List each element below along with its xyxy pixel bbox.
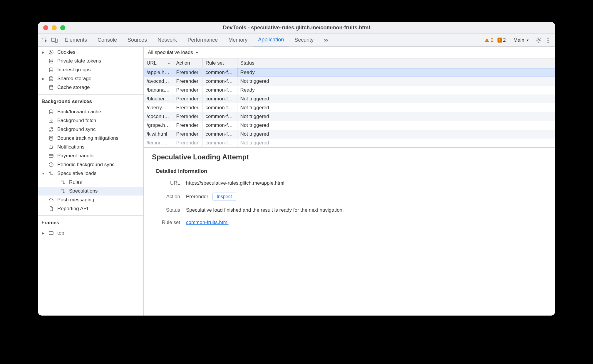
sidebar-item-rules[interactable]: Rules	[38, 178, 143, 187]
inspect-button[interactable]: Inspect	[212, 193, 237, 201]
sidebar-item-cache-storage[interactable]: Cache storage	[38, 83, 143, 92]
frames-heading: Frames	[38, 217, 143, 227]
detail-status-label: Status	[156, 207, 180, 213]
sidebar-item-cookies[interactable]: ▶Cookies	[38, 48, 143, 57]
table-row[interactable]: /avocad…Prerendercommon-fr…Not triggered	[144, 77, 555, 86]
sidebar-item-speculative-loads[interactable]: ▼Speculative loads	[38, 169, 143, 178]
sidebar-item-background-sync[interactable]: Background sync	[38, 125, 143, 134]
db-icon	[48, 58, 54, 64]
sidebar-item-label: Cache storage	[57, 85, 90, 90]
sidebar-item-speculations[interactable]: Speculations	[38, 187, 143, 196]
cell-ruleset: common-fr…	[202, 68, 237, 77]
issues-indicator[interactable]: ! 2	[497, 37, 506, 43]
cell-ruleset: common-fr…	[202, 77, 237, 86]
table-row[interactable]: /cherry.h…Prerendercommon-fr…Not trigger…	[144, 103, 555, 112]
table-row[interactable]: /banana.…Prerendercommon-fr…Ready	[144, 86, 555, 95]
cell-action: Prerender	[173, 95, 202, 103]
sidebar-item-label: Reporting API	[57, 206, 88, 212]
sidebar-item-label: Back/forward cache	[57, 109, 101, 115]
detail-action-value: Prerender	[186, 194, 208, 200]
filter-dropdown[interactable]: All speculative loads ▼	[144, 47, 555, 58]
cell-url: /cherry.h…	[144, 103, 173, 112]
details-panel: Speculative Loading Attempt Detailed inf…	[144, 148, 555, 316]
svg-point-14	[49, 68, 53, 69]
swap-icon	[48, 171, 54, 176]
device-icon[interactable]	[50, 36, 58, 44]
zoom-window-button[interactable]	[60, 25, 65, 30]
chevron-down-icon: ▼	[526, 38, 529, 42]
download-icon	[48, 118, 54, 123]
cell-url: /lemon.h…	[144, 139, 173, 147]
cookies-icon	[48, 50, 54, 55]
kebab-menu-button[interactable]	[544, 36, 552, 44]
sidebar-item-reporting-api[interactable]: Reporting API	[38, 204, 143, 213]
chevron-down-icon: ▼	[195, 51, 199, 54]
cell-url: /banana.…	[144, 86, 173, 95]
sidebar-item-top[interactable]: ▶top	[38, 229, 143, 237]
cell-ruleset: common-fr…	[202, 139, 237, 147]
sidebar-item-back-forward-cache[interactable]: Back/forward cache	[38, 107, 143, 116]
svg-rect-4	[487, 41, 487, 42]
column-header-rule-set[interactable]: Rule set	[202, 58, 237, 68]
sidebar-item-notifications[interactable]: Notifications	[38, 143, 143, 151]
svg-point-11	[51, 52, 52, 53]
detail-ruleset-link[interactable]: common-fruits.html	[186, 220, 229, 225]
column-header-url[interactable]: URL▲	[144, 58, 173, 68]
cell-action: Prerender	[173, 139, 202, 147]
tab-application[interactable]: Application	[253, 34, 289, 46]
warnings-indicator[interactable]: 2	[484, 37, 493, 43]
cell-ruleset: common-fr…	[202, 103, 237, 112]
sidebar-item-payment-handler[interactable]: Payment handler	[38, 151, 143, 160]
svg-point-18	[49, 136, 53, 137]
column-header-action[interactable]: Action	[173, 58, 202, 68]
tab-console[interactable]: Console	[92, 34, 122, 46]
settings-button[interactable]	[535, 36, 543, 44]
tab-performance[interactable]: Performance	[182, 34, 223, 46]
sidebar-item-private-state-tokens[interactable]: Private state tokens	[38, 57, 143, 65]
table-row[interactable]: /lemon.h…Prerendercommon-fr…Not triggere…	[144, 139, 555, 147]
sidebar-item-label: top	[57, 230, 64, 236]
sidebar-item-label: Shared storage	[57, 76, 91, 82]
table-row[interactable]: /kiwi.htmlPrerendercommon-fr…Not trigger…	[144, 130, 555, 139]
detail-status-value: Speculative load finished and the result…	[186, 207, 344, 213]
cell-ruleset: common-fr…	[202, 86, 237, 95]
tab-elements[interactable]: Elements	[60, 34, 92, 46]
sidebar-item-periodic-background-sync[interactable]: Periodic background sync	[38, 160, 143, 169]
db-icon	[48, 109, 54, 114]
tab-sources[interactable]: Sources	[122, 34, 152, 46]
table-row[interactable]: /blueberr…Prerendercommon-fr…Not trigger…	[144, 95, 555, 103]
column-header-status[interactable]: Status	[237, 58, 555, 68]
sidebar-item-background-fetch[interactable]: Background fetch	[38, 116, 143, 125]
table-row[interactable]: /coconut…Prerendercommon-fr…Not triggere…	[144, 112, 555, 121]
background-services-heading: Background services	[38, 96, 143, 106]
minimize-window-button[interactable]	[52, 25, 57, 30]
table-row[interactable]: /grape.htmlPrerendercommon-fr…Not trigge…	[144, 121, 555, 130]
sidebar-item-push-messaging[interactable]: Push messaging	[38, 196, 143, 204]
svg-point-17	[49, 110, 53, 111]
sidebar-item-label: Push messaging	[57, 197, 94, 203]
close-window-button[interactable]	[43, 25, 48, 30]
cell-url: /blueberr…	[144, 95, 173, 103]
tab-network[interactable]: Network	[152, 34, 182, 46]
target-selector[interactable]: Main ▼	[513, 37, 529, 43]
sidebar-item-shared-storage[interactable]: ▶Shared storage	[38, 74, 143, 83]
detail-ruleset-label: Rule set	[156, 220, 180, 225]
cell-ruleset: common-fr…	[202, 121, 237, 130]
cell-status: Not triggered	[237, 95, 555, 103]
sidebar-item-bounce-tracking-mitigations[interactable]: Bounce tracking mitigations	[38, 134, 143, 143]
sidebar-item-label: Background fetch	[57, 118, 96, 124]
sidebar-item-label: Periodic background sync	[57, 162, 115, 168]
sidebar-item-label: Speculative loads	[57, 171, 96, 176]
cell-ruleset: common-fr…	[202, 130, 237, 139]
more-tabs-button[interactable]	[322, 36, 330, 44]
traffic-lights	[43, 25, 65, 30]
cell-status: Not triggered	[237, 112, 555, 121]
table-row[interactable]: /apple.htmlPrerendercommon-fr…Ready	[144, 68, 555, 77]
cell-url: /avocad…	[144, 77, 173, 86]
sidebar-item-interest-groups[interactable]: Interest groups	[38, 65, 143, 74]
detail-url-value: https://speculative-rules.glitch.me/appl…	[186, 180, 284, 186]
tab-memory[interactable]: Memory	[223, 34, 253, 46]
tab-security[interactable]: Security	[289, 34, 319, 46]
details-heading: Speculative Loading Attempt	[152, 153, 547, 161]
inspect-icon[interactable]	[41, 36, 49, 44]
